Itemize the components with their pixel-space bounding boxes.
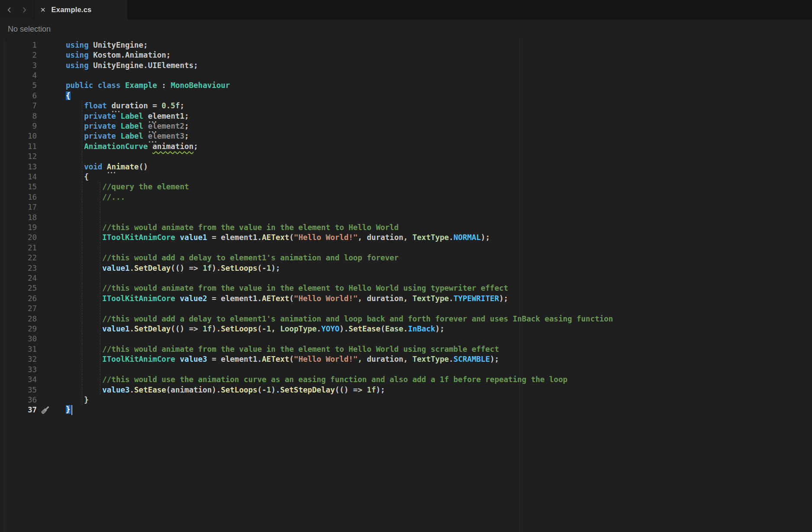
code-text[interactable]: float duration = 0.5f;	[66, 101, 184, 110]
forward-button[interactable]	[20, 6, 28, 14]
line-number[interactable]: 27	[0, 304, 37, 313]
line-number[interactable]: 3	[0, 61, 37, 70]
line-number[interactable]: 11	[0, 142, 37, 151]
line-number[interactable]: 20	[0, 233, 37, 242]
line-number[interactable]: 25	[0, 284, 37, 292]
code-line[interactable]: 31 //this would animate from the value i…	[0, 344, 812, 354]
line-number[interactable]: 4	[0, 71, 37, 80]
line-number[interactable]: 34	[0, 375, 37, 384]
line-number[interactable]: 8	[0, 112, 37, 120]
code-line[interactable]: 17	[0, 202, 812, 212]
line-number[interactable]: 18	[0, 213, 37, 222]
line-number[interactable]: 36	[0, 396, 37, 404]
code-line[interactable]: 19 //this would animate from the value i…	[0, 222, 812, 232]
code-line[interactable]: 37}	[0, 405, 812, 415]
line-number[interactable]: 37	[0, 405, 37, 414]
code-text[interactable]: {	[66, 172, 89, 181]
line-number[interactable]: 6	[0, 91, 37, 100]
line-number[interactable]: 9	[0, 122, 37, 130]
code-line[interactable]: 8 private Label element1;	[0, 111, 812, 121]
line-number[interactable]: 30	[0, 334, 37, 343]
code-text[interactable]: }	[66, 405, 72, 415]
code-text[interactable]: //...	[66, 193, 125, 201]
line-number[interactable]: 28	[0, 315, 37, 323]
code-line[interactable]: 4	[0, 70, 812, 80]
code-line[interactable]: 28 //this would add a delay to element1'…	[0, 314, 812, 324]
line-number[interactable]: 19	[0, 223, 37, 232]
code-line[interactable]: 20 IToolKitAnimCore value1 = element1.AE…	[0, 233, 812, 243]
code-line[interactable]: 9 private Label element2;	[0, 121, 812, 131]
code-line[interactable]: 21	[0, 243, 812, 253]
code-line[interactable]: 3using UnityEngine.UIElements;	[0, 60, 812, 70]
code-line[interactable]: 35 value3.SetEase(animation).SetLoops(-1…	[0, 385, 812, 395]
code-text[interactable]: IToolKitAnimCore value1 = element1.AETex…	[66, 233, 490, 242]
line-number[interactable]: 14	[0, 172, 37, 181]
line-number[interactable]: 29	[0, 324, 37, 333]
code-text[interactable]: value1.SetDelay(() => 1f).SetLoops(-1);	[66, 264, 280, 272]
line-number[interactable]: 35	[0, 386, 37, 394]
code-line[interactable]: 16 //...	[0, 192, 812, 202]
code-line[interactable]: 24	[0, 273, 812, 283]
line-number[interactable]: 21	[0, 243, 37, 252]
code-line[interactable]: 23 value1.SetDelay(() => 1f).SetLoops(-1…	[0, 263, 812, 273]
code-line[interactable]: 7 float duration = 0.5f;	[0, 101, 812, 110]
line-number[interactable]: 23	[0, 264, 37, 272]
close-icon[interactable]: ✕	[40, 6, 46, 13]
code-line[interactable]: 5public class Example : MonoBehaviour	[0, 81, 812, 91]
code-line[interactable]: 10 private Label element3;	[0, 131, 812, 141]
code-text[interactable]: //this would add a delay to element1's a…	[66, 253, 399, 262]
code-text[interactable]: value1.SetDelay(() => 1f).SetLoops(-1, L…	[66, 324, 445, 333]
code-line[interactable]: 25 //this would animate from the value i…	[0, 283, 812, 293]
code-text[interactable]: value3.SetEase(animation).SetLoops(-1).S…	[66, 386, 385, 394]
line-number[interactable]: 7	[0, 101, 37, 110]
code-line[interactable]: 15 //query the element	[0, 182, 812, 192]
code-line[interactable]: 34 //this would use the animation curve …	[0, 374, 812, 384]
line-number[interactable]: 5	[0, 81, 37, 90]
code-text[interactable]: private Label element1;	[66, 112, 189, 120]
code-line[interactable]: 30	[0, 334, 812, 344]
code-line[interactable]: 12	[0, 151, 812, 161]
line-number[interactable]: 31	[0, 345, 37, 354]
code-lines[interactable]: 1using UnityEngine;2using Kostom.Animati…	[0, 40, 812, 415]
code-line[interactable]: 22 //this would add a delay to element1'…	[0, 253, 812, 263]
back-button[interactable]	[6, 6, 13, 14]
code-line[interactable]: 14 {	[0, 172, 812, 182]
line-number[interactable]: 26	[0, 294, 37, 303]
line-number[interactable]: 33	[0, 365, 37, 374]
code-line[interactable]: 1using UnityEngine;	[0, 40, 812, 50]
code-text[interactable]: using UnityEngine.UIElements;	[66, 61, 198, 70]
code-line[interactable]: 36 }	[0, 395, 812, 405]
line-number[interactable]: 12	[0, 152, 37, 161]
line-number[interactable]: 2	[0, 51, 37, 59]
code-text[interactable]: //this would animate from the value in t…	[66, 345, 499, 354]
code-text[interactable]: }	[66, 396, 89, 404]
code-editor[interactable]: 1using UnityEngine;2using Kostom.Animati…	[0, 39, 812, 532]
code-text[interactable]: private Label element2;	[66, 122, 189, 130]
code-text[interactable]: IToolKitAnimCore value3 = element1.AETex…	[66, 355, 499, 363]
code-line[interactable]: 33	[0, 364, 812, 374]
line-number[interactable]: 1	[0, 41, 37, 49]
code-line[interactable]: 2using Kostom.Animation;	[0, 50, 812, 60]
line-number[interactable]: 24	[0, 274, 37, 282]
code-text[interactable]: //this would animate from the value in t…	[66, 284, 508, 292]
line-number[interactable]: 17	[0, 203, 37, 211]
code-text[interactable]: public class Example : MonoBehaviour	[66, 81, 230, 90]
code-line[interactable]: 18	[0, 212, 812, 222]
code-action-screwdriver-icon[interactable]	[39, 405, 51, 416]
code-line[interactable]: 29 value1.SetDelay(() => 1f).SetLoops(-1…	[0, 324, 812, 334]
line-number[interactable]: 10	[0, 132, 37, 140]
code-line[interactable]: 26 IToolKitAnimCore value2 = element1.AE…	[0, 293, 812, 303]
code-text[interactable]: {	[66, 91, 71, 100]
code-text[interactable]: //query the element	[66, 182, 189, 191]
code-text[interactable]: IToolKitAnimCore value2 = element1.AETex…	[66, 294, 508, 303]
code-text[interactable]: //this would use the animation curve as …	[66, 375, 567, 384]
tab-example-cs[interactable]: ✕ Example.cs	[34, 0, 128, 19]
code-text[interactable]: void Animate()	[66, 162, 148, 171]
code-line[interactable]: 27	[0, 304, 812, 314]
code-line[interactable]: 13 void Animate()	[0, 162, 812, 172]
line-number[interactable]: 15	[0, 182, 37, 191]
code-text[interactable]: //this would add a delay to element1's a…	[66, 315, 613, 323]
code-text[interactable]: //this would animate from the value in t…	[66, 223, 399, 232]
code-text[interactable]: using UnityEngine;	[66, 41, 148, 49]
code-text[interactable]: using Kostom.Animation;	[66, 51, 171, 59]
